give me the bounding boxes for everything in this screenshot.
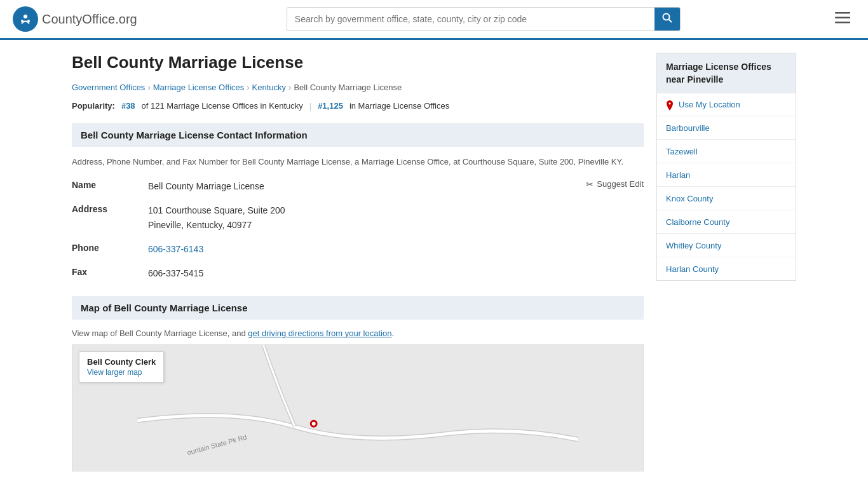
suggest-edit-label: Suggest Edit xyxy=(597,179,644,189)
local-rank: #38 xyxy=(121,101,135,111)
sidebar-link-harlan[interactable]: Harlan xyxy=(666,170,690,180)
sidebar-link-knox-county[interactable]: Knox County xyxy=(666,194,713,203)
name-value: Bell County Marriage License xyxy=(148,179,586,193)
sidebar-item-harlan: Harlan xyxy=(657,163,796,187)
sidebar-link-barbourville[interactable]: Barbourville xyxy=(666,123,710,133)
phone-value: 606-337-6143 xyxy=(148,242,644,256)
address-label: Address xyxy=(72,203,148,214)
phone-info-row: Phone 606-337-6143 xyxy=(72,242,644,256)
logo-text: CountyOffice.org xyxy=(42,12,137,27)
svg-point-12 xyxy=(312,422,316,426)
popularity-label: Popularity: xyxy=(72,101,115,111)
sidebar-link-whitley-county[interactable]: Whitley County xyxy=(666,241,721,250)
contact-description: Address, Phone Number, and Fax Number fo… xyxy=(72,156,644,169)
breadcrumb-link-gov-offices[interactable]: Government Offices xyxy=(72,83,145,92)
search-button[interactable] xyxy=(654,8,680,30)
breadcrumb-current: Bell County Marriage License xyxy=(294,83,402,92)
sidebar-link-harlan-county[interactable]: Harlan County xyxy=(666,264,719,274)
national-rank: #1,125 xyxy=(318,101,343,111)
national-rank-text: in Marriage License Offices xyxy=(349,101,449,111)
svg-rect-8 xyxy=(835,22,850,24)
svg-point-3 xyxy=(27,20,30,22)
sidebar-item-tazewell: Tazewell xyxy=(657,140,796,163)
name-row-with-edit: Name Bell County Marriage License ✂ Sugg… xyxy=(72,179,644,193)
map-description: View map of Bell County Marriage License… xyxy=(72,329,644,338)
fax-info-row: Fax 606-337-5415 xyxy=(72,266,644,280)
use-location-item: Use My Location xyxy=(657,93,796,116)
phone-label: Phone xyxy=(72,242,148,253)
fax-value: 606-337-5415 xyxy=(148,266,644,280)
contact-section-header: Bell County Marriage License Contact Inf… xyxy=(72,123,644,147)
sidebar-item-barbourville: Barbourville xyxy=(657,116,796,140)
svg-point-0 xyxy=(18,11,33,27)
map-tooltip-title: Bell County Clerk xyxy=(87,357,156,367)
suggest-edit-icon: ✂ xyxy=(586,179,593,189)
sidebar: Marriage License Offices near Pineville … xyxy=(656,53,796,487)
use-location-link[interactable]: Use My Location xyxy=(679,100,740,109)
address-info-row: Address 101 Courthouse Square, Suite 200… xyxy=(72,203,644,232)
svg-line-5 xyxy=(668,20,672,23)
breadcrumb-link-kentucky[interactable]: Kentucky xyxy=(252,83,286,92)
fax-label: Fax xyxy=(72,266,148,277)
map-section-header: Map of Bell County Marriage License xyxy=(72,296,644,320)
address-value: 101 Courthouse Square, Suite 200 Pinevil… xyxy=(148,203,644,232)
popularity-bar: Popularity: #38 of 121 Marriage License … xyxy=(72,101,644,111)
search-bar xyxy=(287,7,681,31)
svg-point-4 xyxy=(663,14,669,20)
contact-section: Bell County Marriage License Contact Inf… xyxy=(72,123,644,281)
search-input[interactable] xyxy=(287,9,654,29)
sidebar-item-whitley-county: Whitley County xyxy=(657,234,796,257)
svg-rect-7 xyxy=(835,17,850,19)
sidebar-title: Marriage License Offices near Pineville xyxy=(657,53,796,93)
driving-directions-link[interactable]: get driving directions from your locatio… xyxy=(248,329,391,338)
logo: CountyOffice.org xyxy=(13,6,137,32)
phone-link[interactable]: 606-337-6143 xyxy=(148,244,203,254)
main-content: Bell County Marriage License Government … xyxy=(72,53,644,487)
map-tooltip: Bell County Clerk View larger map xyxy=(79,351,164,383)
suggest-edit-button[interactable]: ✂ Suggest Edit xyxy=(586,179,644,189)
sidebar-link-tazewell[interactable]: Tazewell xyxy=(666,147,698,156)
local-rank-text: of 121 Marriage License Offices in Kentu… xyxy=(142,101,303,111)
breadcrumb-link-marriage-offices[interactable]: Marriage License Offices xyxy=(153,83,245,92)
page-title: Bell County Marriage License xyxy=(72,53,644,72)
breadcrumb: Government Offices › Marriage License Of… xyxy=(72,83,644,92)
location-pin-icon xyxy=(666,100,675,109)
name-label: Name xyxy=(72,179,148,190)
svg-rect-6 xyxy=(835,12,850,14)
sidebar-link-claiborne-county[interactable]: Claiborne County xyxy=(666,217,729,227)
svg-point-2 xyxy=(21,20,24,22)
svg-point-1 xyxy=(24,15,27,18)
nearby-offices-box: Marriage License Offices near Pineville … xyxy=(656,53,796,281)
menu-button[interactable] xyxy=(830,10,855,29)
sidebar-item-claiborne-county: Claiborne County xyxy=(657,210,796,234)
name-info-row: Name Bell County Marriage License xyxy=(72,179,586,193)
logo-icon xyxy=(13,6,38,32)
view-larger-map-link[interactable]: View larger map xyxy=(87,368,142,377)
map-container[interactable]: Bell County Clerk View larger map ountai… xyxy=(72,344,644,471)
map-section: Map of Bell County Marriage License View… xyxy=(72,296,644,471)
page-container: Bell County Marriage License Government … xyxy=(59,40,809,488)
site-header: CountyOffice.org xyxy=(0,0,868,40)
sidebar-item-harlan-county: Harlan County xyxy=(657,257,796,280)
sidebar-item-knox-county: Knox County xyxy=(657,187,796,210)
